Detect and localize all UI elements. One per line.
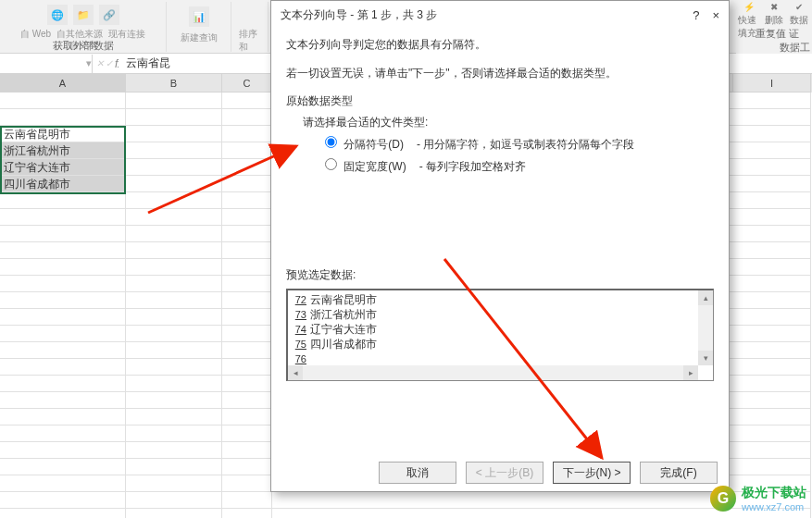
dialog-buttons: 取消 < 上一步(B) 下一步(N) > 完成(F): [271, 454, 729, 491]
finish-button[interactable]: 完成(F): [640, 462, 718, 484]
next-button[interactable]: 下一步(N) >: [553, 462, 631, 484]
radio-fixed-desc: - 每列字段加空格对齐: [419, 159, 526, 175]
ribbon-label[interactable]: 自 Web: [20, 28, 51, 41]
cell-a1[interactable]: 云南省昆明市: [0, 126, 126, 142]
dialog-intro-2: 若一切设置无误，请单击"下一步"，否则请选择最合适的数据类型。: [286, 65, 714, 82]
ribbon-right-groupname: 数据工: [780, 41, 810, 55]
radio-fixed-input[interactable]: [325, 158, 337, 170]
dialog-intro-1: 文本分列向导判定您的数据具有分隔符。: [286, 36, 714, 54]
dialog-body: 文本分列向导判定您的数据具有分隔符。 若一切设置无误，请单击"下一步"，否则请选…: [271, 29, 729, 454]
cancel-button[interactable]: 取消: [379, 462, 456, 484]
col-header-i[interactable]: I: [733, 74, 811, 92]
preview-text: 辽宁省大连市: [308, 322, 377, 337]
ribbon-label[interactable]: 新建查询: [181, 31, 218, 44]
radio-delimited-input[interactable]: [325, 136, 337, 148]
fx-button-group: ✕ ✓ fx: [93, 57, 119, 70]
radio-fixed-label: 固定宽度(W): [344, 160, 406, 173]
existing-conn-icon[interactable]: 🔗: [99, 5, 119, 25]
preview-lineno: 73: [290, 307, 308, 322]
scroll-left-icon[interactable]: ◂: [288, 365, 303, 380]
watermark-logo-icon: G: [710, 486, 736, 512]
ribbon-right-label: 删除: [765, 14, 783, 27]
chevron-down-icon[interactable]: ▾: [86, 57, 92, 69]
radio-fixed[interactable]: 固定宽度(W): [325, 158, 406, 175]
scroll-right-icon[interactable]: ▸: [683, 365, 698, 380]
preview-text: 四川省成都市: [308, 337, 377, 352]
from-other-icon[interactable]: 📁: [73, 5, 94, 25]
ribbon-group-sort: 排序和: [231, 2, 269, 52]
name-box[interactable]: ▾: [0, 55, 93, 73]
ribbon-label[interactable]: 现有连接: [108, 28, 145, 41]
dialog-title-text: 文本分列向导 - 第 1 步，共 3 步: [281, 7, 437, 23]
radio-delimited-label: 分隔符号(D): [344, 138, 404, 151]
ribbon-label: 排序和: [239, 28, 260, 54]
col-header-b[interactable]: B: [126, 74, 222, 92]
ribbon-right: ⚡快速填充 ✖删除 ✔数据 重复值 证 数据工: [736, 0, 812, 54]
ribbon-group-name: 获取外部数据: [53, 39, 114, 53]
watermark: G 极光下载站 www.xz7.com: [710, 485, 806, 512]
ribbon-group-external-data: 🌐 📁 🔗 自 Web 自其他来源 现有连接 自文本 获取外部数据: [0, 2, 167, 52]
preview-lineno: 75: [290, 337, 308, 352]
preview-text: 浙江省杭州市: [308, 307, 377, 322]
preview-scrollbar-v[interactable]: ▴ ▾: [698, 290, 713, 365]
close-icon[interactable]: ×: [712, 8, 719, 22]
cell-a4[interactable]: 四川省成都市: [0, 176, 126, 192]
radio-delimited[interactable]: 分隔符号(D): [325, 136, 404, 153]
col-header-a[interactable]: A: [0, 74, 126, 92]
preview-text: [308, 352, 310, 366]
ribbon-right-label: 数据: [790, 14, 808, 27]
preview-lineno: 76: [290, 352, 308, 366]
col-header-c[interactable]: C: [222, 74, 272, 92]
help-icon[interactable]: ?: [693, 8, 699, 22]
check-icon[interactable]: ✓: [106, 58, 113, 68]
preview-box: 72云南省昆明市 73浙江省杭州市 74辽宁省大连市 75四川省成都市 76 7…: [286, 289, 714, 381]
choose-label: 请选择最合适的文件类型:: [303, 115, 714, 130]
back-button[interactable]: < 上一步(B): [466, 462, 543, 484]
cell-a3[interactable]: 辽宁省大连市: [0, 159, 126, 176]
preview-lineno: 72: [290, 292, 308, 307]
preview-label: 预览选定数据:: [286, 267, 714, 283]
section-label: 原始数据类型: [286, 93, 714, 109]
from-web-icon[interactable]: 🌐: [47, 5, 68, 25]
preview-scrollbar-h[interactable]: ◂ ▸: [288, 365, 698, 380]
ribbon-group-query: 📊 新建查询: [167, 2, 231, 52]
text-to-columns-dialog: 文本分列向导 - 第 1 步，共 3 步 ? × 文本分列向导判定您的数据具有分…: [270, 0, 730, 492]
cell-a2[interactable]: 浙江省杭州市: [0, 142, 126, 159]
radio-delimited-desc: - 用分隔字符，如逗号或制表符分隔每个字段: [417, 137, 634, 153]
new-query-icon[interactable]: 📊: [189, 6, 209, 27]
watermark-brand: 极光下载站: [742, 485, 806, 500]
scroll-up-icon[interactable]: ▴: [698, 290, 713, 305]
dialog-titlebar[interactable]: 文本分列向导 - 第 1 步，共 3 步 ? ×: [271, 1, 729, 29]
watermark-url: www.xz7.com: [742, 501, 806, 512]
cancel-icon[interactable]: ✕: [96, 58, 104, 68]
preview-lineno: 74: [290, 322, 308, 337]
preview-text: 云南省昆明市: [308, 292, 377, 307]
scroll-down-icon[interactable]: ▾: [698, 351, 713, 365]
ribbon-right-sub: 重复值 证: [756, 27, 799, 41]
